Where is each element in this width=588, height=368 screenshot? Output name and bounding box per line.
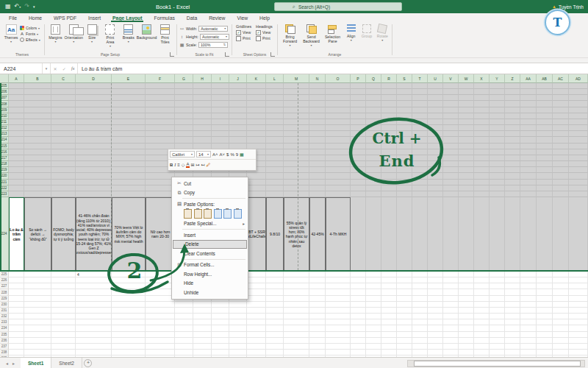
- cell-T212[interactable]: [412, 125, 428, 131]
- cell-G236[interactable]: [175, 338, 193, 344]
- cell-W233[interactable]: [459, 319, 474, 325]
- column-header-P[interactable]: P: [351, 74, 366, 83]
- cell-AD235[interactable]: [569, 332, 588, 338]
- cell-M224[interactable]: 55% quản lý stress tốt hơn; 80% hạnh phú…: [284, 197, 309, 272]
- cell-T220[interactable]: [412, 173, 428, 179]
- cell-V210[interactable]: [443, 113, 459, 119]
- cell-W211[interactable]: [459, 119, 474, 125]
- cell-AA229[interactable]: [520, 296, 537, 302]
- cell-L219[interactable]: [266, 167, 284, 173]
- menu-item-row-height[interactable]: Row Height...: [172, 269, 248, 279]
- cell-B232[interactable]: [24, 314, 51, 319]
- cell-N237[interactable]: [309, 344, 326, 350]
- cell-C238[interactable]: [51, 350, 76, 355]
- cell-D211[interactable]: [76, 119, 112, 125]
- cell-W225[interactable]: [459, 272, 474, 277]
- cell-U208[interactable]: [428, 101, 443, 107]
- cell-E229[interactable]: [112, 296, 146, 302]
- cell-Z235[interactable]: [505, 332, 520, 338]
- cell-D222[interactable]: [76, 185, 112, 191]
- cell-B229[interactable]: [24, 296, 51, 302]
- cell-AD227[interactable]: [569, 283, 588, 289]
- cell-R230[interactable]: [381, 302, 397, 308]
- fill-color-icon[interactable]: ◇: [182, 163, 185, 167]
- cell-Z231[interactable]: [505, 308, 520, 314]
- cell-AC206[interactable]: [553, 89, 569, 95]
- cell-E230[interactable]: [112, 302, 146, 308]
- cell-O218[interactable]: [326, 161, 351, 167]
- cell-N216[interactable]: [309, 149, 326, 155]
- cell-G233[interactable]: [175, 319, 193, 325]
- cell-U227[interactable]: [428, 283, 443, 289]
- cell-AA215[interactable]: [520, 144, 537, 149]
- arrange-button-align[interactable]: Align▾: [343, 22, 359, 50]
- accounting-format-icon[interactable]: $: [226, 152, 229, 157]
- cell-F224[interactable]: Nữ cao hơn nam 20-30: [146, 197, 175, 272]
- cell-AD217[interactable]: [569, 155, 588, 161]
- cell-V229[interactable]: [443, 296, 459, 302]
- cell-T229[interactable]: [412, 296, 428, 302]
- cell-AC231[interactable]: [553, 308, 569, 314]
- cell-Q233[interactable]: [366, 319, 381, 325]
- cell-D223[interactable]: [76, 191, 112, 197]
- cell-L209[interactable]: [266, 107, 284, 113]
- cell-S224[interactable]: [397, 197, 412, 272]
- cell-I230[interactable]: [212, 302, 229, 308]
- cell-AD222[interactable]: [569, 185, 588, 191]
- menu-item-delete[interactable]: Delete: [173, 240, 247, 250]
- cell-F209[interactable]: [146, 107, 175, 113]
- cell-Y227[interactable]: [490, 283, 505, 289]
- cell-N230[interactable]: [309, 302, 326, 308]
- cell-B231[interactable]: [24, 308, 51, 314]
- cell-AD218[interactable]: [569, 161, 588, 167]
- cell-AA220[interactable]: [520, 173, 537, 179]
- cell-V222[interactable]: [443, 185, 459, 191]
- cell-B233[interactable]: [24, 319, 51, 325]
- cell-U212[interactable]: [428, 125, 443, 131]
- cell-AC234[interactable]: [553, 325, 569, 331]
- cell-R223[interactable]: [381, 191, 397, 197]
- cell-X236[interactable]: [474, 338, 490, 344]
- cell-O222[interactable]: [326, 185, 351, 191]
- cell-F232[interactable]: [146, 314, 175, 319]
- cell-Y210[interactable]: [490, 113, 505, 119]
- cell-D237[interactable]: [76, 344, 112, 350]
- cell-U219[interactable]: [428, 167, 443, 173]
- cell-R211[interactable]: [381, 119, 397, 125]
- cell-R236[interactable]: [381, 338, 397, 344]
- name-box[interactable]: A224: [0, 63, 43, 74]
- cell-N209[interactable]: [309, 107, 326, 113]
- cell-U217[interactable]: [428, 155, 443, 161]
- cell-V228[interactable]: [443, 289, 459, 295]
- cell-M237[interactable]: [284, 344, 309, 350]
- cell-B207[interactable]: [24, 95, 51, 101]
- cell-AB212[interactable]: [537, 125, 553, 131]
- cell-Q221[interactable]: [366, 180, 381, 185]
- cell-T215[interactable]: [412, 144, 428, 149]
- cell-I209[interactable]: [212, 107, 229, 113]
- cell-W208[interactable]: [459, 101, 474, 107]
- cell-Z205[interactable]: [505, 83, 520, 89]
- cell-T207[interactable]: [412, 95, 428, 101]
- cell-E214[interactable]: [112, 137, 146, 143]
- cell-M210[interactable]: [284, 113, 309, 119]
- cell-F234[interactable]: [146, 325, 175, 331]
- cell-P216[interactable]: [351, 149, 366, 155]
- cell-F225[interactable]: [146, 272, 175, 277]
- cell-V220[interactable]: [443, 173, 459, 179]
- cell-M219[interactable]: [284, 167, 309, 173]
- cell-S208[interactable]: [397, 101, 412, 107]
- cell-L211[interactable]: [266, 119, 284, 125]
- cell-Q229[interactable]: [366, 296, 381, 302]
- cell-AA216[interactable]: [520, 149, 537, 155]
- cell-Z234[interactable]: [505, 325, 520, 331]
- cell-M217[interactable]: [284, 155, 309, 161]
- cell-L237[interactable]: [266, 344, 284, 350]
- cell-M211[interactable]: [284, 119, 309, 125]
- cell-K211[interactable]: [247, 119, 266, 125]
- cell-F238[interactable]: [146, 350, 175, 355]
- cell-A230[interactable]: [9, 302, 24, 308]
- cell-X210[interactable]: [474, 113, 490, 119]
- ribbon-tab-formulas[interactable]: Formulas: [148, 15, 180, 22]
- cell-R212[interactable]: [381, 125, 397, 131]
